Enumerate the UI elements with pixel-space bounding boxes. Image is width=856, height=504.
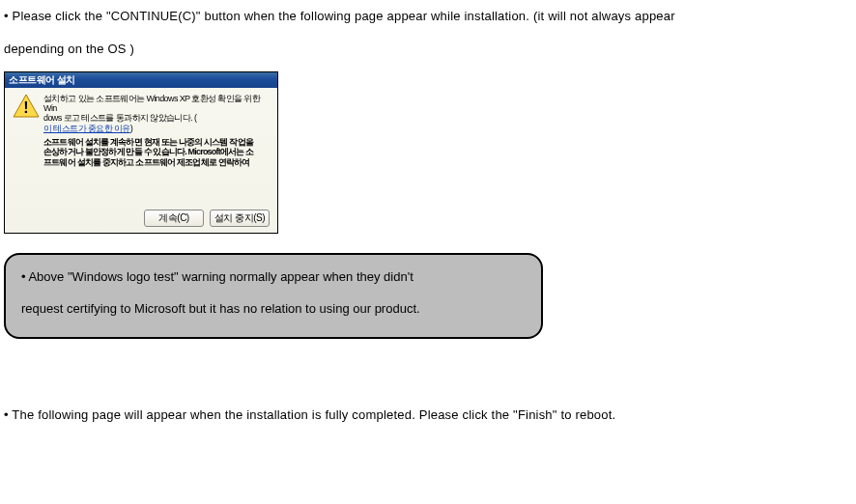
- dialog-message-1: 설치하고 있는 소프트웨어는 Windows XP 호환성 확인을 위한 Win…: [43, 94, 270, 167]
- final-paragraph: • The following page will appear when th…: [4, 399, 852, 432]
- svg-text:!: !: [23, 99, 28, 116]
- note-line-2: request certifying to Microsoft but it h…: [21, 293, 526, 325]
- note-line-1: • Above "Windows logo test" warning norm…: [21, 261, 526, 294]
- stop-install-button[interactable]: 설치 중지(S): [210, 210, 270, 227]
- dialog-button-bar: 계속(C) 설치 중지(S): [144, 210, 270, 227]
- software-install-dialog: 소프트웨어 설치 ! 설치하고 있는 소프트웨어는 Windows XP 호환성…: [4, 71, 278, 234]
- intro-line-1: • Please click the "CONTINUE(C)" button …: [4, 9, 675, 23]
- continue-button[interactable]: 계속(C): [144, 210, 204, 227]
- note-box: • Above "Windows logo test" warning norm…: [4, 253, 543, 340]
- dialog-body: ! 설치하고 있는 소프트웨어는 Windows XP 호환성 확인을 위한 W…: [5, 88, 277, 233]
- msg-line: 이 테스트가 중요한 이유): [43, 124, 270, 133]
- why-test-important-link[interactable]: 이 테스트가 중요한 이유: [43, 124, 130, 133]
- msg-line: 설치하고 있는 소프트웨어는 Windows XP 호환성 확인을 위한 Win: [43, 94, 270, 114]
- document-page: • Please click the "CONTINUE(C)" button …: [0, 0, 856, 504]
- warning-row: ! 설치하고 있는 소프트웨어는 Windows XP 호환성 확인을 위한 W…: [13, 94, 270, 167]
- intro-line-2: depending on the OS ): [4, 42, 134, 56]
- warning-icon: !: [13, 94, 40, 119]
- dialog-titlebar: 소프트웨어 설치: [5, 72, 277, 88]
- intro-paragraph: • Please click the "CONTINUE(C)" button …: [4, 0, 852, 66]
- msg-line: dows 로고 테스트를 통과하지 않았습니다. (: [43, 113, 270, 123]
- dialog-title: 소프트웨어 설치: [9, 73, 75, 87]
- dialog-message-2: 소프트웨어 설치를 계속하면 현재 또는 나중의 시스템 작업을 손상하거나 불…: [43, 137, 270, 167]
